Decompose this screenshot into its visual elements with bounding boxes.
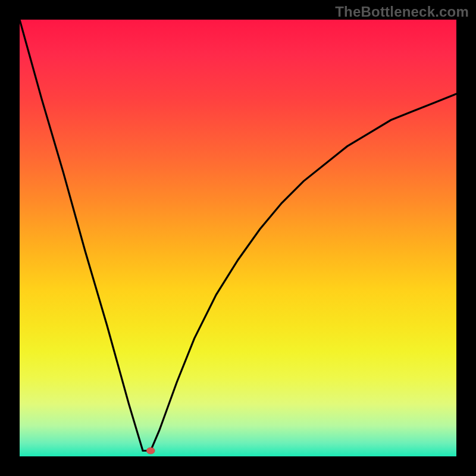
marker-dot xyxy=(146,447,155,454)
chart-frame: TheBottleneck.com xyxy=(0,0,476,476)
plot-area xyxy=(20,20,456,456)
watermark-text: TheBottleneck.com xyxy=(335,4,469,20)
chart-svg xyxy=(20,20,456,456)
curve-path xyxy=(20,20,456,451)
